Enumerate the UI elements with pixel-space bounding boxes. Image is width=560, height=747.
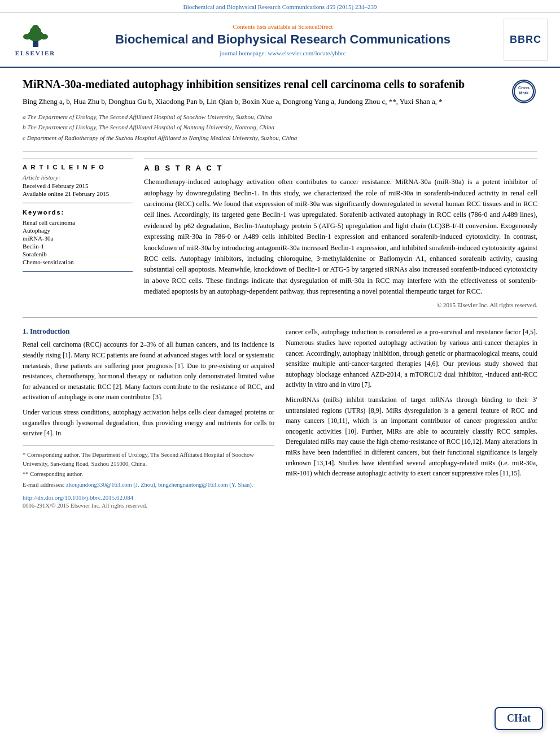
article-title-section: MiRNA-30a-mediated autophagy inhibition … [23,77,537,152]
svg-point-3 [32,25,39,30]
abstract-text: Chemotherapy-induced autophagy activatio… [144,177,537,297]
copyright-line: © 2015 Elsevier Inc. All rights reserved… [144,302,537,308]
rights-line: 0006-291X/© 2015 Elsevier Inc. All right… [23,503,274,509]
svg-text:Mark: Mark [519,91,528,95]
journal-center-info: Contents lists available at ScienceDirec… [69,23,497,56]
article-info-header: A R T I C L E I N F O [23,164,133,171]
elsevier-logo-left: ELSEVIER [11,23,62,57]
right-paragraph-2: MicroRNAs (miRs) inhibit translation of … [286,395,537,479]
journal-title: Biochemical and Biophysical Research Com… [69,32,497,47]
journal-citation-text: Biochemical and Biophysical Research Com… [183,3,377,10]
chat-widget[interactable]: CHat [495,707,543,730]
article-info-abstract-section: A R T I C L E I N F O Article history: R… [23,159,537,308]
svg-point-5 [40,34,48,40]
keyword-6: Chemo-sensitization [23,259,133,265]
homepage-url[interactable]: www.elsevier.com/locate/ybbrc [268,50,346,56]
keyword-4: Beclin-1 [23,243,133,250]
svg-point-4 [23,34,31,40]
bbrc-logo: BBRC [504,19,548,61]
affiliation-c: c Department of Radiotherapy of the Suzh… [23,133,504,143]
journal-homepage: journal homepage: www.elsevier.com/locat… [69,50,497,56]
doi-line[interactable]: http://dx.doi.org/10.1016/j.bbrc.2015.02… [23,494,274,501]
bbrc-logo-right: BBRC [504,19,549,61]
footnote-star2: ** Corresponding author. [23,470,274,479]
abstract-header: A B S T R A C T [144,164,537,172]
crossmark-badge: Cross Mark [512,80,537,105]
body-left-col: 1. Introduction Renal cell carcinoma (RC… [23,327,274,508]
journal-citation-bar: Biochemical and Biophysical Research Com… [0,0,560,13]
article-info-box: A R T I C L E I N F O Article history: R… [23,159,133,203]
keyword-2: Autophagy [23,227,133,234]
body-right-col: cancer cells, autophagy induction is con… [286,327,537,508]
received-date: Received 4 February 2015 [23,182,133,189]
keywords-header: Keywords: [23,209,133,216]
footnote-star1: * Corresponding author. The Department o… [23,451,274,469]
intro-paragraph-1: Renal cell carcinoma (RCC) accounts for … [23,339,274,403]
abstract-box: A B S T R A C T Chemotherapy-induced aut… [144,159,537,308]
footnote-section: * Corresponding author. The Department o… [23,445,274,509]
affiliation-a: a The Department of Urology, The Second … [23,112,504,122]
keywords-section: Keywords: Renal cell carcinoma Autophagy… [23,209,133,272]
svg-text:Cross: Cross [518,86,530,90]
keyword-1: Renal cell carcinoma [23,219,133,226]
elsevier-tree-icon [16,23,55,49]
elsevier-label: ELSEVIER [15,50,56,56]
keyword-5: Sorafenib [23,251,133,257]
available-online: Available online 21 February 2015 [23,190,133,197]
sciencedirect-link: Contents lists available at ScienceDirec… [69,23,497,30]
article-title-text: MiRNA-30a-mediated autophagy inhibition … [23,77,504,147]
intro-paragraph-2: Under various stress conditions, autopha… [23,407,274,439]
email-links[interactable]: zhoujundong330@163.com (J. Zhou), bingzh… [66,482,253,488]
right-column: A B S T R A C T Chemotherapy-induced aut… [144,159,537,308]
right-paragraph-1: cancer cells, autophagy induction is con… [286,327,537,390]
authors-line: Bing Zheng a, b, Hua Zhu b, Donghua Gu b… [23,96,504,108]
crossmark-icon: Cross Mark [512,80,536,103]
footnote-email: E-mail addresses: zhoujundong330@163.com… [23,480,274,490]
affiliation-b: b The Department of Urology, The Second … [23,123,504,132]
left-column: A R T I C L E I N F O Article history: R… [23,159,133,308]
body-columns: 1. Introduction Renal cell carcinoma (RC… [23,327,537,508]
journal-header: ELSEVIER Contents lists available at Sci… [0,13,560,68]
intro-section-title: 1. Introduction [23,327,274,336]
section-divider [23,317,537,318]
affiliations: a The Department of Urology, The Second … [23,112,504,143]
main-content: MiRNA-30a-mediated autophagy inhibition … [0,68,560,520]
article-title: MiRNA-30a-mediated autophagy inhibition … [23,77,504,91]
article-history-label: Article history: [23,174,133,181]
keyword-3: miRNA-30a [23,235,133,242]
